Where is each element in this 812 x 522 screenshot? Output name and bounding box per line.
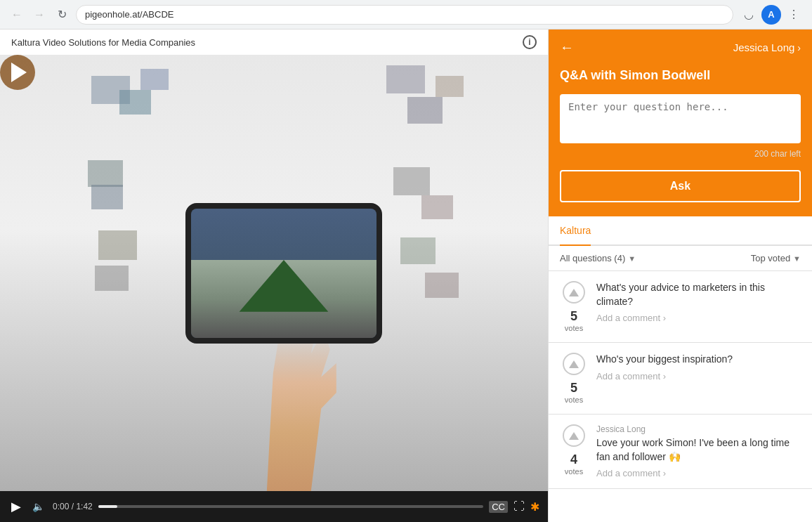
time-current: 0:00 bbox=[53, 502, 69, 511]
question-content: What's your advice to marketers in this … bbox=[596, 281, 801, 332]
play-button-overlay[interactable] bbox=[0, 55, 35, 90]
upvote-button[interactable] bbox=[563, 424, 585, 447]
question-text: Who's your biggest inspiration? bbox=[596, 353, 801, 367]
qa-header: ← Jessica Long › bbox=[549, 30, 812, 65]
sort-label: Top voted bbox=[751, 253, 790, 263]
vote-label: votes bbox=[565, 467, 583, 476]
vote-section: 5 votes bbox=[560, 281, 588, 332]
qa-back-button[interactable]: ← bbox=[560, 39, 574, 56]
progress-bar[interactable] bbox=[98, 505, 483, 508]
kaltura-watermark[interactable]: ✱ bbox=[530, 500, 539, 514]
address-bar[interactable]: pigeonhole.at/ABCDE bbox=[76, 5, 733, 25]
profile-avatar[interactable]: A bbox=[761, 5, 781, 25]
add-comment-link[interactable]: Add a comment › bbox=[596, 468, 801, 478]
tablet-device bbox=[185, 203, 382, 344]
question-text: Love your work Simon! I've been a long t… bbox=[596, 436, 801, 464]
vote-section: 4 votes bbox=[560, 424, 588, 478]
question-content: Jessica Long Love your work Simon! I've … bbox=[596, 424, 801, 478]
cc-button[interactable]: CC bbox=[489, 501, 508, 513]
sort-dropdown[interactable]: Top voted ▼ bbox=[751, 253, 801, 263]
progress-fill bbox=[98, 505, 117, 508]
main-area: Kaltura Video Solutions for Media Compan… bbox=[0, 30, 812, 522]
qa-ask-btn-area: Ask bbox=[549, 170, 812, 216]
filter-label: All questions (4) bbox=[560, 253, 625, 263]
question-content: Who's your biggest inspiration? Add a co… bbox=[596, 353, 801, 404]
tablet-screen bbox=[191, 209, 376, 338]
question-item: 4 votes Jessica Long Love your work Simo… bbox=[549, 415, 812, 489]
vote-count: 4 bbox=[570, 452, 577, 467]
avatar-letter: A bbox=[768, 9, 774, 20]
play-triangle-icon bbox=[11, 63, 27, 82]
upvote-triangle-icon bbox=[569, 432, 579, 440]
vote-count: 5 bbox=[570, 309, 577, 324]
question-item: 5 votes What's your advice to marketers … bbox=[549, 271, 812, 343]
qa-tabs: Kaltura bbox=[549, 216, 812, 246]
video-title: Kaltura Video Solutions for Media Compan… bbox=[11, 37, 195, 48]
menu-button[interactable]: ⋮ bbox=[784, 5, 804, 25]
browser-chrome: ← → ↻ pigeonhole.at/ABCDE ◡ A ⋮ bbox=[0, 0, 812, 30]
filter-dropdown[interactable]: All questions (4) ▼ bbox=[560, 253, 636, 263]
browser-actions: ◡ A ⋮ bbox=[739, 5, 804, 25]
video-controls: ▶ 🔈 0:00 / 1:42 CC ⛶ ✱ bbox=[0, 491, 548, 522]
question-author: Jessica Long bbox=[596, 424, 801, 434]
video-content bbox=[0, 55, 548, 491]
question-input[interactable] bbox=[560, 94, 801, 143]
sort-arrow-icon: ▼ bbox=[793, 254, 801, 263]
vote-count: 5 bbox=[570, 381, 577, 396]
qa-title: Q&A with Simon Bodwell bbox=[560, 68, 801, 83]
qa-user-name[interactable]: Jessica Long › bbox=[733, 41, 801, 53]
qa-input-area: 200 char left bbox=[549, 94, 812, 170]
time-total: 1:42 bbox=[76, 502, 92, 511]
question-text: What's your advice to marketers in this … bbox=[596, 281, 801, 308]
kaltura-tab[interactable]: Kaltura bbox=[560, 216, 591, 246]
back-button[interactable]: ← bbox=[8, 6, 25, 23]
qa-title-bar: Q&A with Simon Bodwell bbox=[549, 65, 812, 94]
video-panel: Kaltura Video Solutions for Media Compan… bbox=[0, 30, 548, 522]
qa-filter-bar: All questions (4) ▼ Top voted ▼ bbox=[549, 246, 812, 271]
reload-button[interactable]: ↻ bbox=[53, 6, 70, 23]
upvote-triangle-icon bbox=[569, 289, 579, 296]
upvote-button[interactable] bbox=[563, 281, 585, 304]
video-top-bar: Kaltura Video Solutions for Media Compan… bbox=[0, 30, 548, 55]
video-area[interactable] bbox=[0, 55, 548, 491]
upvote-triangle-icon bbox=[569, 360, 579, 368]
play-pause-button[interactable]: ▶ bbox=[8, 496, 24, 517]
vote-label: votes bbox=[565, 396, 583, 404]
time-display: 0:00 / 1:42 bbox=[53, 502, 93, 511]
upvote-button[interactable] bbox=[563, 353, 585, 375]
question-item: 5 votes Who's your biggest inspiration? … bbox=[549, 343, 812, 415]
info-icon[interactable]: i bbox=[523, 35, 537, 49]
fullscreen-button[interactable]: ⛶ bbox=[513, 500, 525, 513]
user-name-text: Jessica Long bbox=[733, 41, 795, 53]
add-comment-link[interactable]: Add a comment › bbox=[596, 313, 801, 323]
tablet-inner bbox=[191, 209, 376, 338]
volume-button[interactable]: 🔈 bbox=[30, 498, 47, 515]
filter-arrow-icon: ▼ bbox=[628, 254, 636, 263]
add-comment-link[interactable]: Add a comment › bbox=[596, 371, 801, 381]
qa-panel: ← Jessica Long › Q&A with Simon Bodwell … bbox=[548, 30, 812, 522]
questions-list: 5 votes What's your advice to marketers … bbox=[549, 271, 812, 522]
extensions-button[interactable]: ◡ bbox=[739, 5, 759, 25]
ask-button[interactable]: Ask bbox=[560, 170, 801, 202]
vote-label: votes bbox=[565, 324, 583, 332]
user-chevron-icon: › bbox=[797, 42, 801, 53]
url-text: pigeonhole.at/ABCDE bbox=[85, 9, 173, 20]
vote-section: 5 votes bbox=[560, 353, 588, 404]
char-count: 200 char left bbox=[560, 149, 801, 159]
forward-button[interactable]: → bbox=[31, 6, 48, 23]
